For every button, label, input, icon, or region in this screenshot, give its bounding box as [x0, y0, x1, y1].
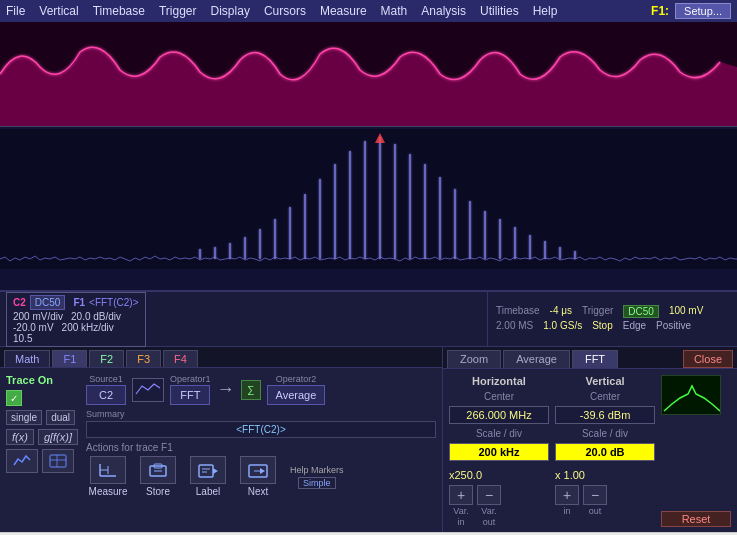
tab-f1[interactable]: F1	[52, 350, 87, 367]
gfx-btn[interactable]: g[f(x)]	[38, 429, 78, 445]
zoom-x-val: x250.0	[449, 469, 482, 481]
horizontal-label: Horizontal	[449, 375, 549, 387]
mini-chart-section: Reset	[661, 375, 731, 527]
op2-label: Operator2	[276, 374, 317, 384]
center-v-value[interactable]: -39.6 dBm	[555, 406, 655, 424]
menu-trigger[interactable]: Trigger	[159, 4, 197, 18]
zoom-out-group: − Var. out	[477, 485, 501, 527]
trigger-dc50[interactable]: DC50	[623, 305, 659, 318]
vert-in-label: in	[563, 506, 570, 516]
f1-indicator: F1:	[651, 4, 669, 18]
scale-v-label: Scale / div	[555, 428, 655, 439]
close-button[interactable]: Close	[683, 350, 733, 368]
center-h-value[interactable]: 266.000 MHz	[449, 406, 549, 424]
next-action-btn[interactable]: Next	[236, 456, 280, 497]
in-out-btns: + Var. in − Var. out	[449, 485, 549, 527]
help-markers-section: Help Markers Simple	[290, 465, 344, 489]
vertical-label: Vertical	[555, 375, 655, 387]
next-icon	[240, 456, 276, 484]
web-edit-btn[interactable]	[42, 449, 74, 473]
tab-fft[interactable]: FFT	[572, 350, 618, 368]
trace-tab-bar: Math F1 F2 F3 F4	[0, 347, 442, 368]
tab-f4[interactable]: F4	[163, 350, 198, 367]
bottom-panel: Math F1 F2 F3 F4 Trace On ✓ single dual …	[0, 347, 737, 532]
tab-math[interactable]: Math	[4, 350, 50, 367]
trigger-label: Trigger	[582, 305, 613, 318]
zoom-in-btn[interactable]: +	[449, 485, 473, 505]
right-content: Horizontal Center 266.000 MHz Scale / di…	[443, 369, 737, 533]
menu-utilities[interactable]: Utilities	[480, 4, 519, 18]
label-action-btn[interactable]: Label	[186, 456, 230, 497]
menu-help[interactable]: Help	[533, 4, 558, 18]
store-action-btn[interactable]: Store	[136, 456, 180, 497]
vert-out-label: out	[589, 506, 602, 516]
op1-icon	[132, 378, 164, 402]
svg-marker-42	[213, 468, 218, 474]
source1-value[interactable]: C2	[86, 385, 126, 405]
store-icon	[140, 456, 176, 484]
scale-v-value[interactable]: 20.0 dB	[555, 443, 655, 461]
action-buttons: Measure Store Label	[86, 456, 436, 497]
op1-value[interactable]: FFT	[170, 385, 210, 405]
menu-timebase[interactable]: Timebase	[93, 4, 145, 18]
menu-vertical[interactable]: Vertical	[39, 4, 78, 18]
scale-h-label: Scale / div	[449, 428, 549, 439]
right-tabs: Zoom Average FFT	[447, 350, 618, 368]
actions-label: Actions for trace F1	[86, 442, 436, 453]
out-label: out	[483, 517, 496, 527]
measure-action-btn[interactable]: Measure	[86, 456, 130, 497]
help-markers-label: Help Markers	[290, 465, 344, 475]
trace-on-checkbox[interactable]: ✓	[6, 390, 22, 406]
zoom-y-val: x 1.00	[555, 469, 585, 481]
trigger-edge: Edge	[623, 320, 646, 331]
tab-average[interactable]: Average	[503, 350, 570, 368]
svg-rect-29	[50, 455, 66, 467]
single-btn[interactable]: single	[6, 410, 42, 425]
fx-btn[interactable]: f(x)	[6, 429, 34, 445]
svg-marker-45	[260, 468, 265, 474]
tab-zoom[interactable]: Zoom	[447, 350, 501, 368]
zoom-out-btn[interactable]: −	[477, 485, 501, 505]
source1-group: Source1 C2	[86, 374, 126, 405]
dual-btn[interactable]: dual	[46, 410, 75, 425]
summary-group: Summary <FFT(C2)>	[86, 409, 436, 438]
timebase-label: Timebase	[496, 305, 540, 318]
source1-label: Source1	[89, 374, 123, 384]
tab-f2[interactable]: F2	[89, 350, 124, 367]
waveform-f1: F1	[0, 129, 737, 269]
op2-value[interactable]: Average	[267, 385, 326, 405]
status-bar: C2 DC50 F1 <FFT(C2)> 200 mV/div 20.0 dB/…	[0, 292, 737, 347]
arrow-right: →	[217, 379, 235, 400]
vertical-column: Vertical Center -39.6 dBm Scale / div 20…	[555, 375, 655, 527]
next-label: Next	[248, 486, 269, 497]
tab-f3[interactable]: F3	[126, 350, 161, 367]
menu-math[interactable]: Math	[381, 4, 408, 18]
graph-web-btns	[6, 449, 78, 473]
menu-measure[interactable]: Measure	[320, 4, 367, 18]
svg-rect-46	[662, 376, 721, 415]
f1-fft-status: <FFT(C2)>	[89, 297, 138, 308]
setup-button[interactable]: Setup...	[675, 3, 731, 19]
f1-val: 10.5	[13, 333, 32, 344]
op2-group: Operator2 Average	[267, 374, 326, 405]
scale-h-value[interactable]: 200 kHz	[449, 443, 549, 461]
menu-cursors[interactable]: Cursors	[264, 4, 306, 18]
menu-analysis[interactable]: Analysis	[421, 4, 466, 18]
simple-label: Simple	[298, 477, 336, 489]
op1-group: Operator1 FFT	[170, 374, 211, 405]
vert-in-btn[interactable]: +	[555, 485, 579, 505]
f1-khz-div: 200 kHz/div	[62, 322, 114, 333]
graph-btn[interactable]	[6, 449, 38, 473]
mini-chart	[661, 375, 721, 415]
reset-button[interactable]: Reset	[661, 511, 731, 527]
zoom-in-group: + Var. in	[449, 485, 473, 527]
vert-in-group: + in	[555, 485, 579, 516]
vert-out-btn[interactable]: −	[583, 485, 607, 505]
zoom-x-row: x250.0	[449, 469, 549, 481]
menu-file[interactable]: File	[6, 4, 25, 18]
c2-mv-div: 200 mV/div	[13, 311, 63, 322]
controls-area: Trace On ✓ single dual f(x) g[f(x)]	[0, 368, 442, 532]
vert-out-group: − out	[583, 485, 607, 516]
menu-bar: File Vertical Timebase Trigger Display C…	[0, 0, 737, 22]
menu-display[interactable]: Display	[211, 4, 250, 18]
